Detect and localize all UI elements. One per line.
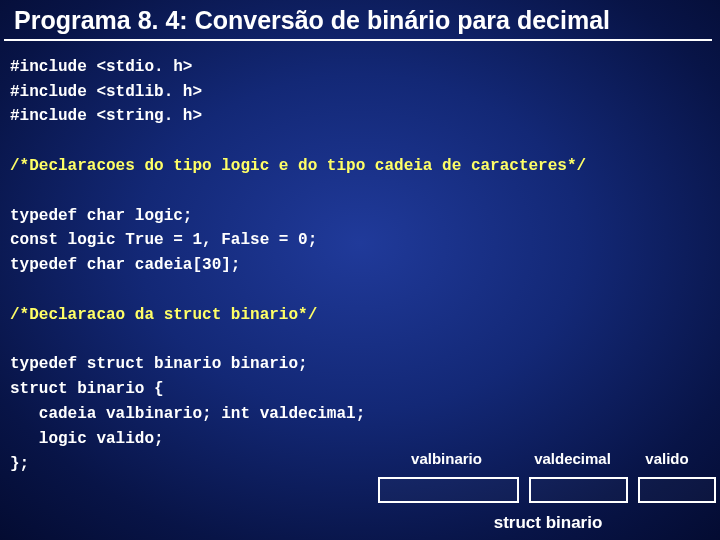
- code-line: typedef char cadeia[30];: [10, 256, 240, 274]
- diagram-label-valbinario: valbinario: [378, 443, 515, 475]
- diagram-caption: struct binario: [378, 513, 718, 533]
- slide-title: Programa 8. 4: Conversão de binário para…: [4, 0, 712, 41]
- code-line: typedef struct binario binario;: [10, 355, 308, 373]
- code-line: #include <stdio. h>: [10, 58, 192, 76]
- code-line: struct binario {: [10, 380, 164, 398]
- code-line: typedef char logic;: [10, 207, 192, 225]
- diagram-box-valbinario: [378, 477, 519, 503]
- diagram-box-valdecimal: [529, 477, 628, 503]
- code-line: logic valido;: [10, 430, 164, 448]
- diagram-label-valdecimal: valdecimal: [525, 443, 620, 475]
- code-line: const logic True = 1, False = 0;: [10, 231, 317, 249]
- code-line: #include <string. h>: [10, 107, 202, 125]
- diagram-label-valido: valido: [630, 443, 704, 475]
- code-block: #include <stdio. h> #include <stdlib. h>…: [0, 41, 720, 477]
- code-line: };: [10, 455, 29, 473]
- code-comment: /*Declaracoes do tipo logic e do tipo ca…: [10, 157, 586, 175]
- code-comment: /*Declaracao da struct binario*/: [10, 306, 317, 324]
- code-line: cadeia valbinario; int valdecimal;: [10, 405, 365, 423]
- diagram-box-valido: [638, 477, 716, 503]
- code-line: #include <stdlib. h>: [10, 83, 202, 101]
- struct-diagram: valbinario valdecimal valido struct bina…: [378, 445, 718, 533]
